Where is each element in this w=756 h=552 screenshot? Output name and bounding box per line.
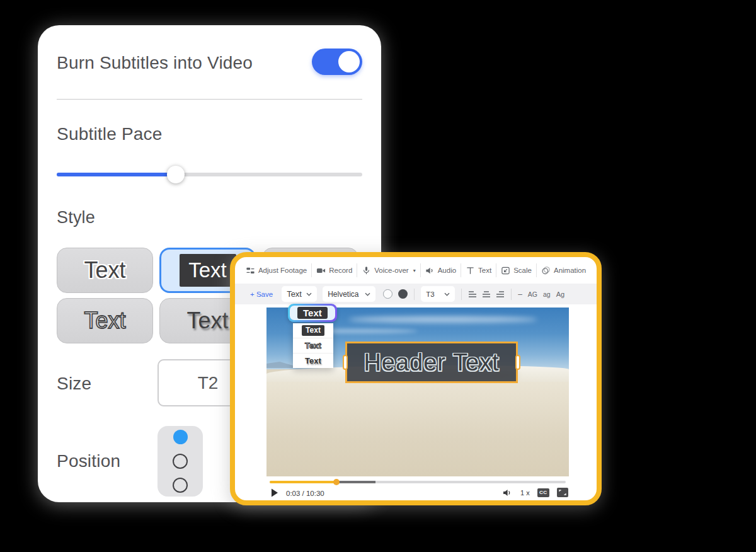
align-right-icon[interactable] — [496, 290, 505, 298]
text-size-value: T3 — [426, 290, 434, 298]
toolbar-label: Audio — [438, 267, 456, 274]
text-style-select[interactable]: Text — [282, 286, 317, 302]
position-radio-group — [158, 426, 203, 497]
text-size-select[interactable]: T3 — [421, 286, 455, 302]
alignment-group — [468, 290, 505, 298]
scale-icon — [501, 266, 510, 275]
dropdown-item-label: Text — [305, 341, 321, 350]
titlecase-option[interactable]: Ag — [556, 290, 564, 298]
style-dropdown-selected[interactable]: Text — [288, 304, 337, 322]
dropdown-item-label: Text — [305, 356, 321, 365]
position-radio-bottom[interactable] — [173, 478, 188, 493]
style-option-label: Text — [84, 257, 125, 284]
format-separator — [511, 289, 512, 300]
toolbar-label: Record — [329, 267, 352, 274]
voice-over-button[interactable]: Voice-over ▾ — [357, 266, 420, 275]
resize-handle-left[interactable] — [343, 355, 348, 370]
style-dropdown-selected-inner: Text — [290, 306, 335, 320]
burn-subtitles-toggle[interactable] — [312, 49, 362, 75]
stage: Burn Subtitles into Video Subtitle Pace … — [0, 0, 756, 552]
play-button[interactable] — [271, 488, 278, 497]
video-editor-card: Adjust Footage Record Voice-over ▾ — [230, 252, 602, 505]
progress-buffered — [336, 481, 375, 483]
text-style-value: Text — [287, 289, 302, 299]
record-button[interactable]: Record — [312, 266, 357, 275]
record-icon — [316, 266, 326, 275]
style-option-hollow[interactable]: Text — [57, 298, 153, 343]
uppercase-option[interactable]: AG — [528, 290, 537, 298]
size-label: Size — [57, 374, 91, 394]
size-value: T2 — [198, 373, 219, 393]
burn-subtitles-label: Burn Subtitles into Video — [57, 53, 253, 73]
format-separator — [414, 289, 415, 300]
slider-fill — [57, 173, 176, 176]
volume-icon[interactable] — [503, 488, 513, 497]
section-divider — [57, 99, 362, 100]
decrease-spacing-button[interactable]: – — [518, 290, 522, 299]
style-option-label: Text — [186, 308, 228, 334]
lowercase-option[interactable]: ag — [543, 290, 551, 298]
header-text: Header Text — [364, 349, 499, 376]
toolbar-label: Text — [478, 267, 491, 274]
subtitle-pace-label: Subtitle Pace — [57, 124, 163, 144]
text-tool-icon — [466, 266, 475, 275]
align-center-icon[interactable] — [482, 290, 491, 298]
video-cloud — [348, 316, 537, 323]
slider-thumb[interactable] — [167, 166, 185, 183]
toolbar-label: Scale — [513, 267, 532, 274]
player-controls: 0:03 / 10:30 1 x CC — [271, 486, 566, 503]
playback-speed[interactable]: 1 x — [520, 489, 530, 497]
save-button[interactable]: + Save — [250, 290, 273, 298]
position-label: Position — [57, 451, 120, 471]
style-label: Style — [57, 208, 95, 227]
style-dropdown-selected-label: Text — [297, 307, 328, 319]
toggle-knob — [338, 51, 360, 72]
subtitle-pace-slider[interactable] — [57, 173, 362, 176]
chevron-down-icon — [306, 292, 312, 296]
text-color-swatch-filled[interactable] — [398, 289, 408, 299]
scale-button[interactable]: Scale — [496, 266, 536, 275]
toolbar-label: Adjust Footage — [258, 267, 307, 274]
time-display: 0:03 / 10:30 — [286, 490, 324, 497]
adjust-footage-icon — [246, 266, 255, 275]
progress-thumb[interactable] — [333, 479, 340, 485]
position-radio-middle[interactable] — [173, 454, 188, 469]
style-option-label: Text — [188, 258, 227, 282]
header-text-element[interactable]: Header Text — [345, 342, 518, 383]
chevron-down-icon — [365, 292, 370, 296]
chevron-down-icon — [444, 292, 450, 296]
caret-down-icon: ▾ — [413, 268, 416, 273]
video-progress-bar[interactable] — [270, 481, 566, 483]
dropdown-item-label: Text — [302, 325, 324, 336]
audio-icon — [425, 266, 435, 275]
format-bar: + Save Text Helvetica T3 — [235, 284, 597, 304]
voice-over-icon — [362, 266, 371, 275]
editor-toolbar: Adjust Footage Record Voice-over ▾ — [235, 257, 597, 284]
style-dropdown-item-boxed-dark[interactable]: Text — [293, 323, 333, 338]
text-color-swatch-outline[interactable] — [383, 289, 392, 299]
align-left-icon[interactable] — [468, 290, 477, 298]
style-option-outline-white[interactable]: Text — [57, 248, 153, 293]
style-dropdown-item-shadow[interactable]: Text — [293, 353, 333, 368]
closed-captions-button[interactable]: CC — [537, 488, 549, 497]
font-family-select[interactable]: Helvetica — [323, 286, 375, 302]
adjust-footage-button[interactable]: Adjust Footage — [241, 266, 311, 275]
toolbar-label: Voice-over — [374, 267, 408, 274]
toolbar-label: Animation — [554, 267, 586, 274]
style-option-dark-box: Text — [180, 254, 236, 287]
fullscreen-icon[interactable] — [557, 488, 568, 497]
player-right-controls: 1 x CC — [503, 488, 568, 497]
style-dropdown-panel: Text Text Text — [293, 323, 333, 368]
text-tool-button[interactable]: Text — [461, 266, 496, 275]
position-radio-top[interactable] — [173, 430, 188, 444]
format-separator — [461, 289, 462, 300]
animation-button[interactable]: Animation — [537, 266, 590, 275]
style-option-label: Text — [84, 308, 125, 334]
progress-played — [270, 481, 336, 483]
style-dropdown-item-hollow[interactable]: Text — [293, 338, 333, 353]
video-sand-texture — [266, 382, 569, 476]
animation-icon — [541, 266, 551, 275]
resize-handle-right[interactable] — [515, 355, 520, 370]
audio-button[interactable]: Audio — [421, 266, 461, 275]
font-family-value: Helvetica — [328, 290, 358, 299]
